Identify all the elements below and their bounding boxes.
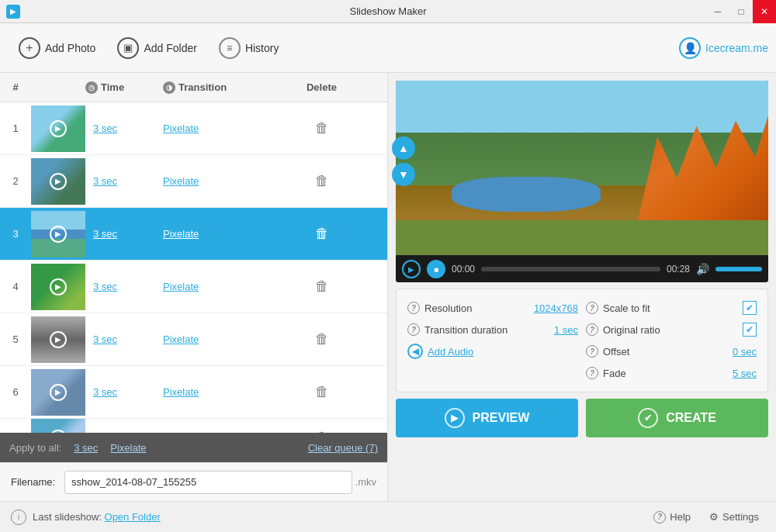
preview-button[interactable]: ▶ PREVIEW [396,399,578,437]
scale-to-fit-label: Scale to fit [603,302,650,314]
right-panel: ▶ ■ 00:00 00:28 🔊 ? Resolution 1024x768 [388,73,776,501]
clear-queue-button[interactable]: Clear queue (7) [308,442,378,454]
play-overlay-icon: ▶ [50,173,67,190]
apply-time-link[interactable]: 3 sec [74,442,98,454]
scale-to-fit-row: ? Scale to fit ✔ [586,297,757,319]
history-icon: ≡ [219,37,241,59]
preview-image [396,81,768,255]
apply-transition-link[interactable]: Pixelate [110,442,146,454]
transition-icon: ◑ [163,81,175,94]
original-ratio-checkbox[interactable]: ✔ [743,323,757,337]
add-photo-label: Add Photo [45,42,95,54]
col-header-delete: Delete [256,81,387,93]
resolution-help-icon[interactable]: ? [407,302,420,314]
progress-bar[interactable] [481,267,660,271]
original-ratio-help-icon[interactable]: ? [586,323,598,336]
settings-left-col: ? Resolution 1024x768 ? Transition durat… [407,297,578,384]
row-number: 3 [0,228,31,240]
volume-bar[interactable] [715,267,762,271]
transition-link[interactable]: Pixelate [163,228,199,240]
add-audio-button[interactable]: Add Audio [428,346,473,358]
resolution-value[interactable]: 1024x768 [534,302,578,314]
move-down-button[interactable]: ▼ [392,163,415,186]
transition-link[interactable]: Pixelate [163,386,199,398]
slide-transition: Pixelate [163,333,256,345]
transition-duration-value[interactable]: 1 sec [554,324,578,336]
slide-row[interactable]: 5 ▶ 3 sec Pixelate 🗑 [0,313,387,366]
add-photo-button[interactable]: + Add Photo [8,31,106,65]
filename-input[interactable] [64,471,352,494]
time-link[interactable]: 3 sec [93,333,117,345]
fade-value[interactable]: 5 sec [733,368,757,379]
icecream-button[interactable]: 👤 Icecream.me [679,37,768,59]
col-header-num: # [0,81,31,93]
play-overlay-icon: ▶ [50,384,67,401]
delete-cell: 🗑 [256,173,387,189]
slide-thumbnail: ▶ [31,369,85,416]
apply-all-bar: Apply to all: 3 sec Pixelate Clear queue… [0,433,387,462]
scale-to-fit-checkbox[interactable]: ✔ [743,301,757,315]
time-link[interactable]: 3 sec [93,386,117,398]
main-area: # ◷ Time ◑ Transition Delete ▲ ▼ 1 [0,73,776,501]
row-number: 6 [0,386,31,398]
settings-panel: ? Resolution 1024x768 ? Transition durat… [396,288,768,392]
slide-thumbnail: ▶ [31,105,85,152]
help-button[interactable]: ? Help [647,508,697,527]
transition-link[interactable]: Pixelate [163,123,199,134]
row-number: 4 [0,281,31,292]
move-up-button[interactable]: ▲ [392,136,415,160]
slide-time: 3 sec [85,281,163,292]
title-bar: ▶ Slideshow Maker ─ □ ✕ [0,0,776,23]
delete-button[interactable]: 🗑 [315,173,329,189]
slide-row-active[interactable]: 3 ▶ 3 sec Pixelate 🗑 [0,208,387,261]
settings-button[interactable]: ⚙ Settings [703,508,765,526]
help-label: Help [670,511,691,523]
slide-row[interactable]: 2 ▶ 3 sec Pixelate 🗑 [0,155,387,208]
history-button[interactable]: ≡ History [208,31,290,65]
scale-help-icon[interactable]: ? [586,302,598,314]
slide-row[interactable]: 4 ▶ 3 sec Pixelate 🗑 [0,261,387,313]
stop-button[interactable]: ■ [427,260,445,278]
offset-value[interactable]: 0 sec [733,346,757,358]
time-link[interactable]: 3 sec [93,175,117,187]
play-button[interactable]: ▶ [402,260,421,278]
volume-icon[interactable]: 🔊 [696,263,709,275]
nav-arrows: ▲ ▼ [392,136,415,186]
delete-button[interactable]: 🗑 [315,384,329,400]
delete-button[interactable]: 🗑 [315,278,329,295]
time-link[interactable]: 3 sec [93,228,117,240]
transition-duration-help-icon[interactable]: ? [407,323,420,336]
app-icon: ▶ [6,5,20,19]
add-folder-button[interactable]: ▣ Add Folder [106,31,207,65]
time-link[interactable]: 3 sec [93,281,117,292]
transition-link[interactable]: Pixelate [163,281,199,292]
delete-button[interactable]: 🗑 [315,226,329,242]
settings-label: Settings [722,511,759,523]
create-button[interactable]: ✔ CREATE [586,399,768,437]
slide-row[interactable]: 6 ▶ 3 sec Pixelate 🗑 [0,366,387,419]
preview-play-icon: ▶ [445,408,465,428]
transition-link[interactable]: Pixelate [163,175,199,187]
preview-scene [396,81,768,255]
close-button[interactable]: ✕ [753,0,776,23]
delete-button[interactable]: 🗑 [315,120,329,136]
status-bar: i Last slideshow: Open Folder ? Help ⚙ S… [0,501,776,532]
open-folder-link[interactable]: Open Folder [105,511,161,523]
slide-thumbnail: ▶ [31,264,85,310]
add-folder-icon: ▣ [117,37,139,59]
offset-help-icon[interactable]: ? [586,345,598,358]
filename-extension: .mkv [355,476,376,488]
play-overlay-icon: ▶ [50,278,67,295]
delete-button[interactable]: 🗑 [315,331,329,347]
toolbar: + Add Photo ▣ Add Folder ≡ History 👤 Ice… [0,23,776,73]
delete-cell: 🗑 [256,384,387,400]
time-link[interactable]: 3 sec [93,123,117,134]
transition-link[interactable]: Pixelate [163,333,199,345]
maximize-button[interactable]: □ [729,0,753,23]
slide-row[interactable]: 1 ▶ 3 sec Pixelate 🗑 [0,102,387,155]
slide-row[interactable]: 7 ▶ 3 sec Pixelate 🗑 [0,419,387,433]
fade-help-icon[interactable]: ? [586,367,598,379]
apply-label: Apply to all: [9,442,61,454]
minimize-button[interactable]: ─ [706,0,729,23]
slide-transition: Pixelate [163,123,256,134]
